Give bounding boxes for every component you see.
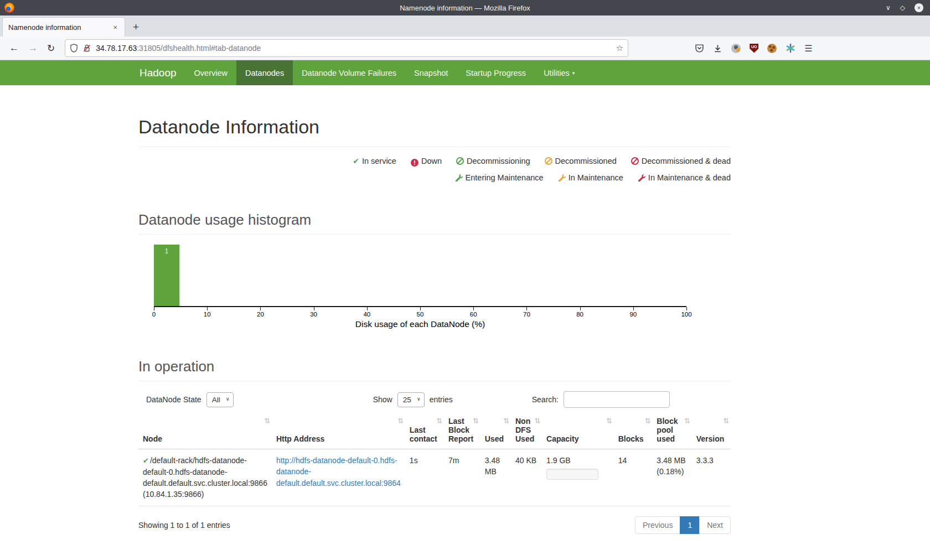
hadoop-navbar: Hadoop Overview Datanodes Datanode Volum… [0,60,930,85]
back-icon[interactable]: ← [9,43,19,54]
histogram-plot: 01020304050607080901001 [138,245,731,319]
legend-in-service: ✔In service [353,157,396,165]
search-input[interactable] [564,391,670,408]
divider [138,147,731,147]
column-header-used[interactable]: Used⇅ [480,413,511,449]
asterisk-extension-icon[interactable] [786,43,795,53]
maximize-icon[interactable]: ◇ [900,3,905,12]
cell-version: 3.3.3 [692,449,731,506]
column-header-version[interactable]: Version⇅ [692,413,731,449]
column-header-last-block-report[interactable]: Last Block Report⇅ [444,413,480,449]
nav-item-startup-progress[interactable]: Startup Progress [457,60,535,85]
legend-in-maintenance-dead: In Maintenance & dead [638,173,731,182]
axis-tick-label: 20 [257,311,264,318]
cookie-extension-icon[interactable] [767,44,777,53]
bar-count-label: 1 [154,247,179,255]
column-header-non-dfs-used[interactable]: Non DFS Used⇅ [511,413,542,449]
cell-last-contact: 1s [405,449,444,506]
axis-tick-label: 30 [310,311,317,318]
new-tab-button[interactable]: + [133,21,139,33]
x-axis-label: Disk usage of each DataNode (%) [154,319,686,329]
column-header-last-contact[interactable]: Last contact⇅ [405,413,444,449]
table-row: ✔/default-rack/hdfs-datanode-default-0.h… [138,449,731,506]
axis-tick [633,307,634,310]
legend-decommissioning: Decommissioning [456,157,530,165]
cell-node: ✔/default-rack/hdfs-datanode-default-0.h… [138,449,272,506]
nav-item-snapshot[interactable]: Snapshot [405,60,457,85]
account-extension-icon[interactable] [731,44,741,53]
nav-item-datanodes[interactable]: Datanodes [236,60,293,85]
cell-block-pool-used: 3.48 MB (0.18%) [652,449,691,506]
axis-tick [207,307,208,310]
histogram-section-title: Datanode usage histogram [138,211,731,229]
showing-entries-text: Showing 1 to 1 of 1 entries [138,521,230,530]
axis-tick [473,307,474,310]
minimize-icon[interactable]: ∨ [886,3,891,12]
nav-item-overview[interactable]: Overview [185,60,236,85]
pocket-icon[interactable] [695,44,704,53]
caret-down-icon: ▾ [572,70,575,76]
reload-icon[interactable]: ↻ [47,43,55,54]
insecure-lock-icon[interactable] [82,44,91,53]
pagination-page-1-button[interactable]: 1 [680,516,700,534]
bookmark-star-icon[interactable]: ☆ [616,43,623,53]
divider [138,381,731,381]
datanode-state-select[interactable]: All [206,392,234,407]
axis-tick [686,307,687,310]
cell-blocks: 14 [614,449,653,506]
nav-item-datanode-volume-failures[interactable]: Datanode Volume Failures [293,60,405,85]
axis-tick [420,307,421,310]
axis-tick [260,307,261,310]
window-titlebar: Namenode information — Mozilla Firefox ∨… [0,0,930,15]
close-window-icon[interactable]: × [914,3,923,12]
sort-icon: ⇅ [473,417,479,425]
column-header-block-pool-used[interactable]: Block pool used⇅ [652,413,691,449]
cell-http-address: http://hdfs-datanode-default-0.hdfs-data… [272,449,405,506]
datanode-state-label: DataNode State [146,395,202,404]
url-text: 34.78.17.63:31805/dfshealth.html#tab-dat… [96,44,261,53]
column-header-blocks[interactable]: Blocks⇅ [614,413,653,449]
column-header-node[interactable]: Node⇅ [138,413,272,449]
pagination-next-button[interactable]: Next [699,516,731,534]
downloads-icon[interactable] [713,44,722,53]
search-label: Search: [532,395,559,404]
cell-last-block-report: 7m [444,449,480,506]
sort-icon: ⇅ [684,417,690,425]
url-path: :31805/dfshealth.html#tab-datanode [137,44,261,53]
column-header-capacity[interactable]: Capacity⇅ [542,413,614,449]
axis-tick [580,307,581,310]
axis-tick-label: 10 [204,311,211,318]
shield-icon[interactable] [70,44,78,53]
sort-icon: ⇅ [606,417,612,425]
menu-hamburger-icon[interactable]: ☰ [804,43,812,54]
tab-title: Namenode information [8,23,111,32]
axis-tick-label: 0 [152,311,156,318]
column-header-http-address[interactable]: Http Address⇅ [272,413,405,449]
tab-close-icon[interactable]: × [111,23,119,32]
axis-tick-label: 70 [523,311,530,318]
axis-tick-label: 40 [363,311,370,318]
nav-item-utilities[interactable]: Utilities▾ [535,60,583,85]
axis-tick [314,307,314,310]
show-label: Show [373,395,392,404]
browser-toolbar: ← → ↻ 34.78.17.63:31805/dfshealth.html#t… [0,37,930,60]
capacity-progress-bar [546,469,598,480]
page-size-select[interactable]: 25 [397,392,425,407]
url-host: 34.78.17.63 [96,44,137,53]
cell-non-dfs-used: 40 KB [511,449,542,506]
navbar-brand[interactable]: Hadoop [138,60,185,85]
sort-icon: ⇅ [397,417,404,425]
http-address-link[interactable]: http://hdfs-datanode-default-0.hdfs-data… [276,456,401,488]
forward-icon[interactable]: → [28,43,38,54]
ublock-icon[interactable]: UO [750,44,758,53]
pagination: Previous 1 Next [635,516,731,534]
wrench-icon [558,170,566,187]
sort-icon: ⇅ [534,417,540,425]
slash-circle-icon [631,157,639,165]
legend-in-maintenance: In Maintenance [558,173,623,182]
axis-tick-label: 80 [576,311,583,318]
tab-namenode-information[interactable]: Namenode information × [2,17,125,37]
pagination-previous-button[interactable]: Previous [635,516,680,534]
histogram-bar: 1 [154,245,180,306]
url-bar[interactable]: 34.78.17.63:31805/dfshealth.html#tab-dat… [65,39,628,57]
